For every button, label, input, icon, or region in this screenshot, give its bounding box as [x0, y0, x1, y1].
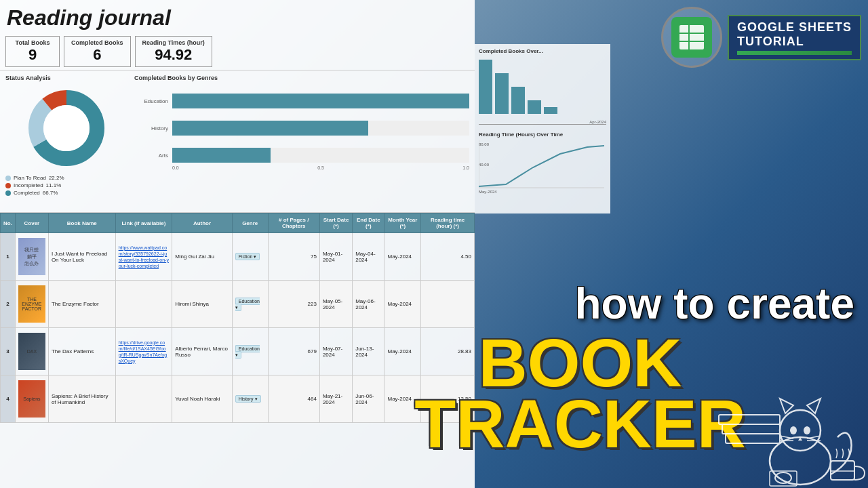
col-no: No. [1, 214, 16, 233]
table-section: No. Cover Book Name Link (if available) … [0, 213, 475, 423]
stats-row: Total Books 9 Completed Books 6 Reading … [0, 33, 475, 70]
gs-table-icon [677, 22, 707, 52]
bar-row-history: History [134, 121, 469, 136]
table-row: 1 我只想躺平怎么办 I Just Want to Freeload On Yo… [1, 233, 475, 281]
book-tracker-text: BOOK TRACKER [414, 332, 746, 454]
spreadsheet-panel: Reading journal Total Books 9 Completed … [0, 0, 475, 488]
cell-cover-0: 我只想躺平怎么办 [15, 233, 48, 281]
genre-tag-0[interactable]: Fiction ▾ [235, 253, 260, 260]
svg-rect-15 [719, 415, 780, 424]
bar-fill-arts [172, 148, 271, 163]
book-link-0[interactable]: https://www.wattpad.com/story/335792622-… [119, 245, 169, 268]
table-row: 3 DAX The Dax Patterns https://drive.goo… [1, 328, 475, 375]
cell-readingtime-1 [421, 281, 475, 328]
table-row: 2 THEENZYMEFACTOR The Enzyme Factor Hiro… [1, 281, 475, 328]
reading-time-label: Reading Times (hour) [142, 39, 205, 46]
mini-bar-3 [511, 87, 525, 114]
cell-startdate-2: May-07-2024 [319, 328, 352, 375]
legend-incomplete: Incompleted [14, 182, 43, 188]
cell-startdate-1: May-05-2024 [319, 281, 352, 328]
mini-reading-time-title: Reading Time (Hours) Over Time [479, 131, 606, 138]
bar-section: Completed Books by Genres Education Hist… [127, 75, 469, 208]
bar-row-education: Education [134, 94, 469, 108]
donut-section: Status Analysis Plan To Read 22.2% [5, 75, 127, 208]
svg-point-21 [804, 426, 810, 434]
cell-link-3 [115, 375, 172, 423]
cell-author-0: Ming Gui Zai Jiu [172, 233, 233, 281]
gs-icon-inner [671, 17, 712, 58]
genre-tag-1[interactable]: Education ▾ [235, 298, 260, 311]
cell-enddate-1: May-06-2024 [353, 281, 384, 328]
cell-cover-3: Sapiens [15, 375, 48, 423]
cell-pages-0: 75 [268, 233, 319, 281]
cat-illustration-area [698, 312, 868, 488]
book-link-2[interactable]: https://drive.google.com/file/d/1SAX45EG… [119, 340, 167, 363]
cell-genre-2: Education ▾ [232, 328, 268, 375]
bar-track-education [172, 94, 469, 108]
cat-svg [712, 325, 868, 488]
legend-completed: Completed [14, 190, 40, 196]
mini-bar-5 [544, 107, 557, 114]
legend-completed-pct: 66.7% [43, 190, 58, 196]
svg-text:May-2024: May-2024 [479, 190, 497, 194]
col-author: Author [172, 214, 233, 233]
cell-monthyear-0: May-2024 [384, 233, 421, 281]
col-pages: # of Pages / Chapters [268, 214, 319, 233]
journal-title: Reading journal [0, 0, 475, 33]
cell-author-1: Hiromi Shinya [172, 281, 233, 328]
cell-startdate-3: May-21-2024 [319, 375, 352, 423]
book-cover-0: 我只想躺平怎么办 [18, 238, 45, 275]
legend-incomplete-pct: 11.1% [46, 182, 62, 188]
cell-link-2[interactable]: https://drive.google.com/file/d/1SAX45EG… [115, 328, 172, 375]
cell-no-0: 1 [1, 233, 16, 281]
bar-row-arts: Arts [134, 148, 469, 163]
svg-text:80.00: 80.00 [479, 142, 490, 146]
cell-bookname-2: The Dax Patterns [48, 328, 115, 375]
gs-text-line1: GOOGLE SHEETS [737, 20, 852, 35]
mini-bar-chart: Apr-2024 [479, 57, 606, 125]
book-cover-3: Sapiens [18, 380, 45, 418]
tracker-text: TRACKER [414, 393, 746, 454]
cell-genre-0: Fiction ▾ [232, 233, 268, 281]
bar-track-history [172, 121, 469, 136]
cell-enddate-3: Jun-06-2024 [353, 375, 384, 423]
cell-no-1: 2 [1, 281, 16, 328]
svg-rect-29 [831, 461, 854, 480]
book-cover-2: DAX [18, 333, 45, 370]
col-month-year: Month Year (*) [384, 214, 421, 233]
donut-chart [22, 84, 111, 172]
data-table: No. Cover Book Name Link (if available) … [0, 213, 475, 423]
bar-label-arts: Arts [134, 152, 168, 159]
cell-bookname-1: The Enzyme Factor [48, 281, 115, 328]
col-end-date: End Date (*) [353, 214, 384, 233]
mini-bar-2 [495, 73, 509, 114]
cell-enddate-2: Jun-13-2024 [353, 328, 384, 375]
cell-readingtime-0: 4.50 [421, 233, 475, 281]
reading-time-chart: May-2024 80.00 40.00 [479, 140, 604, 195]
cell-link-0[interactable]: https://www.wattpad.com/story/335792622-… [115, 233, 172, 281]
cell-monthyear-1: May-2024 [384, 281, 421, 328]
google-sheets-logo-area: GOOGLE SHEETS TUTORIAL [661, 7, 861, 68]
bar-fill-history [172, 121, 368, 136]
cell-genre-3: History ▾ [232, 375, 268, 423]
bar-label-education: Education [134, 98, 168, 104]
legend-plan: Plan To Read [14, 175, 46, 181]
charts-area: Status Analysis Plan To Read 22.2% [0, 70, 475, 213]
col-cover: Cover [15, 214, 48, 233]
genre-tag-2[interactable]: Education ▾ [235, 345, 260, 359]
mini-bar-4 [528, 100, 541, 114]
table-row: 4 Sapiens Sapiens: A Brief History of Hu… [1, 375, 475, 423]
svg-point-16 [770, 437, 831, 485]
gs-text-box: GOOGLE SHEETS TUTORIAL [728, 15, 861, 60]
completed-books-value: 6 [71, 46, 123, 64]
book-cover-1: THEENZYMEFACTOR [18, 285, 45, 323]
completed-books-stat: Completed Books 6 [64, 36, 131, 67]
genre-tag-3[interactable]: History ▾ [235, 395, 261, 403]
bar-track-arts [172, 148, 469, 163]
cell-enddate-0: May-04-2024 [353, 233, 384, 281]
right-charts-panel: Completed Books Over... Apr-2024 Reading… [475, 44, 610, 214]
cell-genre-1: Education ▾ [232, 281, 268, 328]
cell-pages-2: 679 [268, 328, 319, 375]
legend-plan-pct: 22.2% [49, 175, 64, 181]
mini-axis-label: Apr-2024 [589, 120, 606, 124]
